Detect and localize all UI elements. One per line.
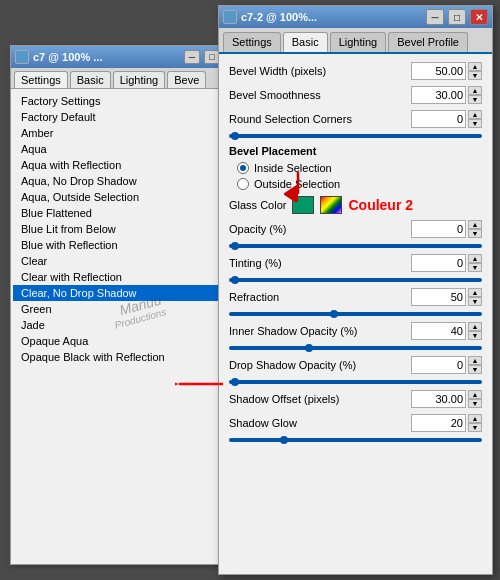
main-close-button[interactable]: ✕ [470,9,488,25]
tinting-up[interactable]: ▲ [468,254,482,263]
inner-shadow-row: Inner Shadow Opacity (%) ▲ ▼ [229,322,482,340]
opacity-label: Opacity (%) [229,223,411,235]
round-corners-up[interactable]: ▲ [468,110,482,119]
refraction-input-wrap: ▲ ▼ [411,288,482,306]
round-corners-slider[interactable] [229,134,482,138]
refraction-slider[interactable] [229,312,482,316]
list-item[interactable]: Amber [13,125,222,141]
refraction-up[interactable]: ▲ [468,288,482,297]
round-corners-label: Round Selection Corners [229,113,411,125]
opacity-input[interactable] [411,220,466,238]
list-item[interactable]: Factory Settings [13,93,222,109]
refraction-down[interactable]: ▼ [468,297,482,306]
main-maximize-button[interactable]: □ [448,9,466,25]
drop-shadow-slider-thumb[interactable] [231,378,239,386]
main-minimize-button[interactable]: ─ [426,9,444,25]
drop-shadow-slider[interactable] [229,380,482,384]
inner-shadow-label: Inner Shadow Opacity (%) [229,325,411,337]
bg-tab-bevel[interactable]: Beve [167,71,206,88]
round-corners-slider-thumb[interactable] [231,132,239,140]
bevel-smoothness-row: Bevel Smoothness ▲ ▼ [229,86,482,104]
list-item[interactable]: Aqua [13,141,222,157]
shadow-glow-input[interactable] [411,414,466,432]
opacity-up[interactable]: ▲ [468,220,482,229]
list-item[interactable]: Factory Default [13,109,222,125]
tinting-down[interactable]: ▼ [468,263,482,272]
inner-shadow-input[interactable] [411,322,466,340]
drop-shadow-row: Drop Shadow Opacity (%) ▲ ▼ [229,356,482,374]
tinting-input[interactable] [411,254,466,272]
inside-selection-row[interactable]: Inside Selection [229,162,482,174]
shadow-offset-input[interactable] [411,390,466,408]
list-item[interactable]: Blue with Reflection [13,237,222,253]
shadow-glow-down[interactable]: ▼ [468,423,482,432]
bg-preset-list: Factory Settings Factory Default Amber A… [11,89,224,369]
list-item[interactable]: Clear [13,253,222,269]
refraction-input[interactable] [411,288,466,306]
bevel-width-spinner: ▲ ▼ [468,62,482,80]
list-item[interactable]: Aqua, Outside Selection [13,189,222,205]
opacity-down[interactable]: ▼ [468,229,482,238]
drop-shadow-down[interactable]: ▼ [468,365,482,374]
inner-shadow-slider-thumb[interactable] [305,344,313,352]
bg-minimize-button[interactable]: ─ [184,50,200,64]
list-item[interactable]: Blue Lit from Below [13,221,222,237]
inner-shadow-down[interactable]: ▼ [468,331,482,340]
list-item[interactable]: Green [13,301,222,317]
bevel-smoothness-input[interactable] [411,86,466,104]
drop-shadow-up[interactable]: ▲ [468,356,482,365]
bevel-width-input[interactable] [411,62,466,80]
opacity-slider-thumb[interactable] [231,242,239,250]
bg-tab-lighting[interactable]: Lighting [113,71,166,88]
inside-selection-radio[interactable] [237,162,249,174]
bg-tab-basic[interactable]: Basic [70,71,111,88]
refraction-slider-thumb[interactable] [330,310,338,318]
couleur-text: Couleur 2 [348,197,413,213]
shadow-offset-input-wrap: ▲ ▼ [411,390,482,408]
tab-basic[interactable]: Basic [283,32,328,52]
shadow-offset-label: Shadow Offset (pixels) [229,393,411,405]
tinting-slider[interactable] [229,278,482,282]
inner-shadow-slider[interactable] [229,346,482,350]
bevel-placement-label: Bevel Placement [229,145,316,157]
list-item[interactable]: Opaque Black with Reflection [13,349,222,365]
bevel-smoothness-down[interactable]: ▼ [468,95,482,104]
tab-settings[interactable]: Settings [223,32,281,52]
inner-shadow-up[interactable]: ▲ [468,322,482,331]
list-item[interactable]: Aqua with Reflection [13,157,222,173]
glass-color-label: Glass Color [229,199,286,211]
tinting-slider-thumb[interactable] [231,276,239,284]
shadow-glow-slider[interactable] [229,438,482,442]
main-content: Bevel Width (pixels) ▲ ▼ Bevel Smoothnes… [219,54,492,456]
tab-lighting[interactable]: Lighting [330,32,387,52]
opacity-slider[interactable] [229,244,482,248]
round-corners-input[interactable] [411,110,466,128]
shadow-offset-down[interactable]: ▼ [468,399,482,408]
list-item-selected[interactable]: Clear, No Drop Shadow [13,285,222,301]
outside-selection-radio[interactable] [237,178,249,190]
shadow-offset-spinner: ▲ ▼ [468,390,482,408]
glass-gradient-button[interactable] [320,196,342,214]
shadow-glow-label: Shadow Glow [229,417,411,429]
bevel-smoothness-label: Bevel Smoothness [229,89,411,101]
shadow-glow-slider-thumb[interactable] [280,436,288,444]
shadow-glow-up[interactable]: ▲ [468,414,482,423]
list-item[interactable]: Aqua, No Drop Shadow [13,173,222,189]
shadow-glow-input-wrap: ▲ ▼ [411,414,482,432]
bevel-width-down[interactable]: ▼ [468,71,482,80]
refraction-spinner: ▲ ▼ [468,288,482,306]
bevel-smoothness-up[interactable]: ▲ [468,86,482,95]
list-item[interactable]: Jade [13,317,222,333]
shadow-offset-up[interactable]: ▲ [468,390,482,399]
round-corners-row: Round Selection Corners ▲ ▼ [229,110,482,128]
list-item[interactable]: Opaque Aqua [13,333,222,349]
inner-shadow-input-wrap: ▲ ▼ [411,322,482,340]
outside-selection-row[interactable]: Outside Selection [229,178,482,190]
tab-bevel-profile[interactable]: Bevel Profile [388,32,468,52]
bg-tab-settings[interactable]: Settings [14,71,68,88]
bevel-width-up[interactable]: ▲ [468,62,482,71]
drop-shadow-input[interactable] [411,356,466,374]
list-item[interactable]: Clear with Reflection [13,269,222,285]
list-item[interactable]: Blue Flattened [13,205,222,221]
round-corners-down[interactable]: ▼ [468,119,482,128]
